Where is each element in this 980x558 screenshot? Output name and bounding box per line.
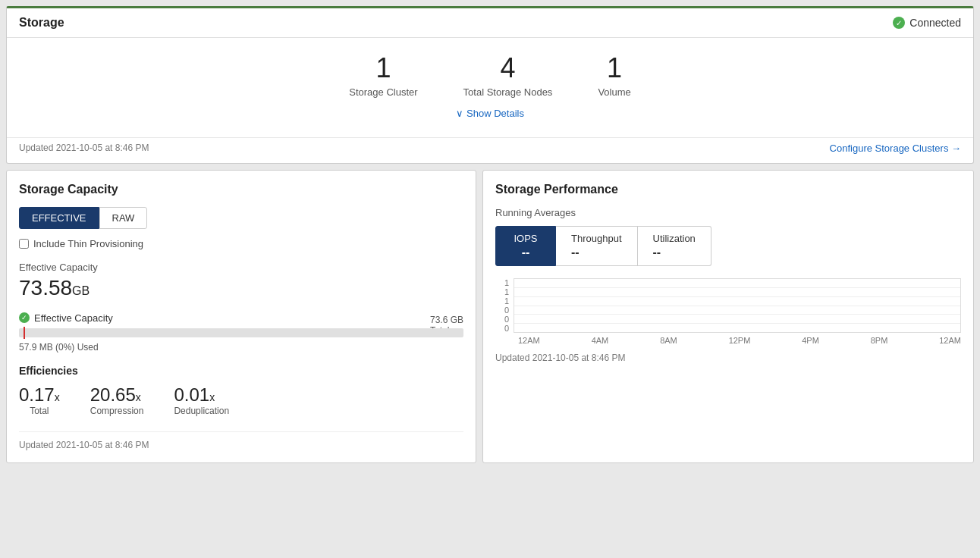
throughput-label: Throughput xyxy=(571,233,622,244)
progress-marker xyxy=(24,327,25,339)
show-details-label: Show Details xyxy=(466,108,524,119)
capacity-number: 73.58 xyxy=(19,276,72,299)
capacity-updated-text: Updated 2021-10-05 at 8:46 PM xyxy=(19,440,149,450)
thin-provisioning-checkbox[interactable] xyxy=(19,239,29,249)
efficiency-dedup: 0.01x Deduplication xyxy=(174,384,229,416)
progress-used-text: 57.9 MB (0%) Used xyxy=(19,342,463,353)
tab-throughput[interactable]: Throughput -- xyxy=(556,226,638,266)
progress-status-icon: ✓ xyxy=(19,312,30,323)
capacity-footer: Updated 2021-10-05 at 8:46 PM xyxy=(19,431,463,450)
progress-section: ✓ Effective Capacity 73.6 GB Total 57.9 … xyxy=(19,312,463,353)
performance-tab-group: IOPS -- Throughput -- Utilization -- xyxy=(495,226,961,266)
stat-nodes: 4 Total Storage Nodes xyxy=(463,53,553,98)
performance-updated-text: Updated 2021-10-05 at 8:46 PM xyxy=(495,353,625,363)
utilization-value: -- xyxy=(653,246,696,259)
tab-effective[interactable]: EFFECTIVE xyxy=(19,207,99,229)
header: Storage ✓ Connected xyxy=(7,8,973,38)
volume-label: Volume xyxy=(598,86,630,98)
status-icon: ✓ xyxy=(893,17,905,29)
grid-line-1 xyxy=(514,287,960,288)
storage-performance-panel: Storage Performance Running Averages IOP… xyxy=(482,170,974,463)
main-container: Storage ✓ Connected 1 Storage Cluster 4 … xyxy=(6,6,974,164)
thin-provisioning-label: Include Thin Provisioning xyxy=(33,238,143,249)
efficiency-compression: 20.65x Compression xyxy=(90,384,144,416)
cluster-label: Storage Cluster xyxy=(349,86,417,98)
progress-bar xyxy=(19,328,463,337)
efficiencies-row: 0.17x Total 20.65x Compression 0.01x Ded… xyxy=(19,384,463,416)
thin-provisioning-row: Include Thin Provisioning xyxy=(19,238,463,249)
tab-utilization[interactable]: Utilization -- xyxy=(638,226,711,266)
iops-value: -- xyxy=(508,246,543,259)
grid-line-5 xyxy=(514,323,960,324)
tab-iops[interactable]: IOPS -- xyxy=(495,226,556,266)
utilization-label: Utilization xyxy=(653,233,696,244)
capacity-unit: GB xyxy=(72,284,90,297)
iops-label: IOPS xyxy=(514,233,537,244)
page-title: Storage xyxy=(19,16,64,30)
chart-section: ⬇ 1 1 1 0 0 0 12AM xyxy=(495,278,961,345)
cluster-count: 1 xyxy=(375,53,391,83)
stats-updated-text: Updated 2021-10-05 at 8:46 PM xyxy=(19,143,149,153)
performance-footer: Updated 2021-10-05 at 8:46 PM xyxy=(495,353,961,363)
effective-capacity-label: Effective Capacity xyxy=(19,262,463,273)
chart-area: 1 1 1 0 0 0 xyxy=(495,278,961,333)
efficiency-dedup-value: 0.01x xyxy=(174,384,229,406)
efficiencies-title: Efficiencies xyxy=(19,365,463,377)
chart-y-axis: 1 1 1 0 0 0 xyxy=(495,278,514,333)
chart-x-axis: 12AM 4AM 8AM 12PM 4PM 8PM 12AM xyxy=(518,333,961,345)
status-label: Connected xyxy=(909,17,961,29)
capacity-tab-group: EFFECTIVE RAW xyxy=(19,207,463,229)
stats-row: 1 Storage Cluster 4 Total Storage Nodes … xyxy=(19,53,961,98)
efficiency-total-label: Total xyxy=(19,406,60,416)
storage-capacity-panel: Storage Capacity EFFECTIVE RAW Include T… xyxy=(6,170,476,463)
stats-section: 1 Storage Cluster 4 Total Storage Nodes … xyxy=(7,38,973,137)
tab-raw[interactable]: RAW xyxy=(99,207,148,229)
efficiency-dedup-label: Deduplication xyxy=(174,406,229,416)
efficiency-compression-value: 20.65x xyxy=(90,384,144,406)
efficiency-total: 0.17x Total xyxy=(19,384,60,416)
capacity-panel-title: Storage Capacity xyxy=(19,183,463,196)
chart-plot xyxy=(514,278,961,333)
progress-header: ✓ Effective Capacity xyxy=(19,312,463,324)
capacity-value-display: 73.58GB xyxy=(19,276,463,300)
stats-footer: Updated 2021-10-05 at 8:46 PM Configure … xyxy=(7,137,973,163)
grid-line-4 xyxy=(514,314,960,315)
panels-row: Storage Capacity EFFECTIVE RAW Include T… xyxy=(6,170,974,463)
configure-storage-link[interactable]: Configure Storage Clusters → xyxy=(830,143,961,154)
progress-label: Effective Capacity xyxy=(34,312,113,324)
nodes-count: 4 xyxy=(500,53,515,83)
running-averages-label: Running Averages xyxy=(495,207,961,218)
throughput-value: -- xyxy=(571,246,622,259)
stat-cluster: 1 Storage Cluster xyxy=(349,53,417,98)
efficiency-total-value: 0.17x xyxy=(19,384,60,406)
performance-panel-title: Storage Performance xyxy=(495,183,961,196)
grid-line-2 xyxy=(514,296,960,297)
efficiency-compression-label: Compression xyxy=(90,406,144,416)
connection-status: ✓ Connected xyxy=(893,17,961,29)
show-details-link[interactable]: ∨ Show Details xyxy=(456,108,524,119)
volume-count: 1 xyxy=(607,53,622,83)
nodes-label: Total Storage Nodes xyxy=(463,86,553,98)
chevron-down-icon: ∨ xyxy=(456,108,463,119)
stat-volume: 1 Volume xyxy=(598,53,630,98)
grid-line-3 xyxy=(514,306,960,306)
